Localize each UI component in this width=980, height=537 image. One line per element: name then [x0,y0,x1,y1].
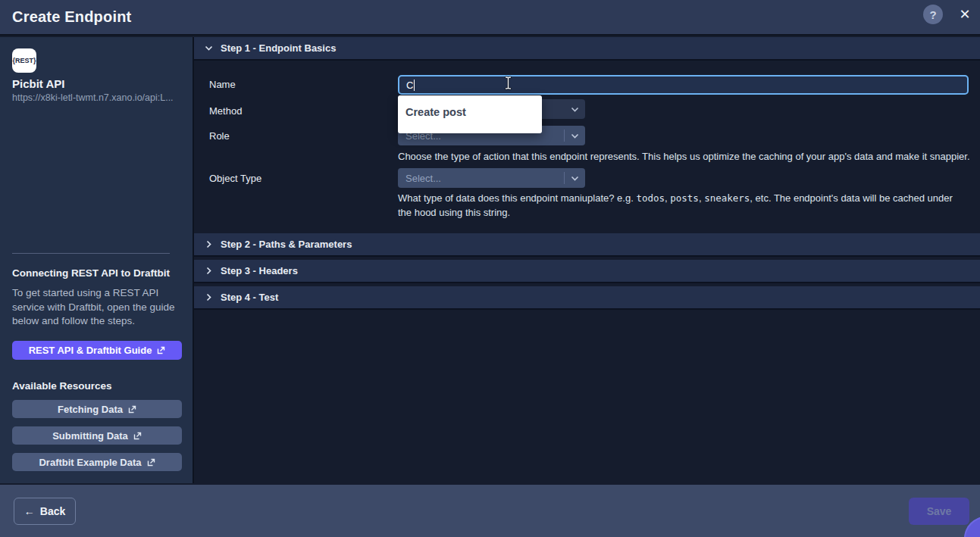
suggestion-create-post[interactable]: Create post [405,106,466,118]
chevron-down-icon [565,133,585,139]
step-1-accordion-header[interactable]: Step 1 - Endpoint Basics [194,37,980,61]
chevron-right-icon [206,267,211,275]
back-button[interactable]: ← Back [14,498,76,525]
step-3-accordion-header[interactable]: Step 3 - Headers [194,260,980,283]
back-button-label: Back [40,505,65,517]
save-button-label: Save [927,505,952,517]
code-token: sneakers [704,192,750,204]
save-button[interactable]: Save [909,498,969,525]
back-arrow-icon: ← [24,505,35,517]
help-text-segment: What type of data does this endpoint man… [398,192,636,204]
external-link-icon [133,432,142,440]
create-endpoint-modal: Create Endpoint ? ✕ {REST} Picbit API ht… [0,0,980,537]
external-link-icon [157,346,165,354]
code-token: posts [670,192,699,204]
step-4-accordion-header[interactable]: Step 4 - Test [194,286,980,310]
method-label: Method [209,105,242,117]
resource-button-label: Submitting Data [52,430,128,442]
rest-api-guide-button[interactable]: REST API & Draftbit Guide [12,341,182,360]
step-1-label: Step 1 - Endpoint Basics [221,42,336,54]
role-label: Role [209,130,230,142]
guide-body: To get started using a REST API service … [12,286,179,329]
modal-footer: ← Back Save [0,485,980,537]
resource-button-draftbit-example-data[interactable]: Draftbit Example Data [12,453,182,471]
role-help-text: Choose the type of action that this endp… [398,149,970,164]
resource-button-label: Fetching Data [58,404,123,415]
step-2-label: Step 2 - Paths & Parameters [221,239,352,250]
api-url: https://x8ki-letl-twmt.n7.xano.io/api:L.… [12,92,185,103]
resource-button-fetching-data[interactable]: Fetching Data [12,400,182,418]
resources-heading: Available Resources [12,380,112,392]
chevron-down-icon [565,176,585,181]
sidebar: {REST} Picbit API https://x8ki-letl-twmt… [0,37,194,483]
guide-heading: Connecting REST API to Draftbit [12,267,170,279]
step-3-label: Step 3 - Headers [221,265,298,276]
guide-button-label: REST API & Draftbit Guide [29,345,152,356]
object-type-help-text: What type of data does this endpoint man… [398,191,966,220]
external-link-icon [128,405,136,414]
name-input-value: C [406,80,413,91]
step-4-label: Step 4 - Test [221,292,278,303]
api-name: Picbit API [12,77,64,90]
name-input[interactable]: C [398,75,969,95]
object-type-select[interactable]: Select... [398,168,585,188]
resource-button-label: Draftbit Example Data [39,457,141,468]
step-2-accordion-header[interactable]: Step 2 - Paths & Parameters [194,233,980,257]
chevron-down-icon [565,107,585,112]
page-title: Create Endpoint [12,8,131,26]
chevron-down-icon [205,45,213,51]
chevron-right-icon [206,293,211,301]
modal-header: Create Endpoint [0,0,980,36]
rest-api-icon: {REST} [12,48,36,73]
name-suggestions-dropdown: Create post [398,95,542,133]
object-type-label: Object Type [209,173,261,184]
resource-button-submitting-data[interactable]: Submitting Data [12,426,182,445]
sidebar-divider [12,253,170,254]
close-icon[interactable]: ✕ [956,5,974,23]
text-caret [414,80,415,91]
object-type-select-placeholder: Select... [398,173,564,184]
code-token: todos [636,192,665,204]
external-link-icon [147,458,155,467]
name-label: Name [209,79,236,90]
help-icon[interactable]: ? [923,5,943,24]
chevron-right-icon [206,240,211,248]
